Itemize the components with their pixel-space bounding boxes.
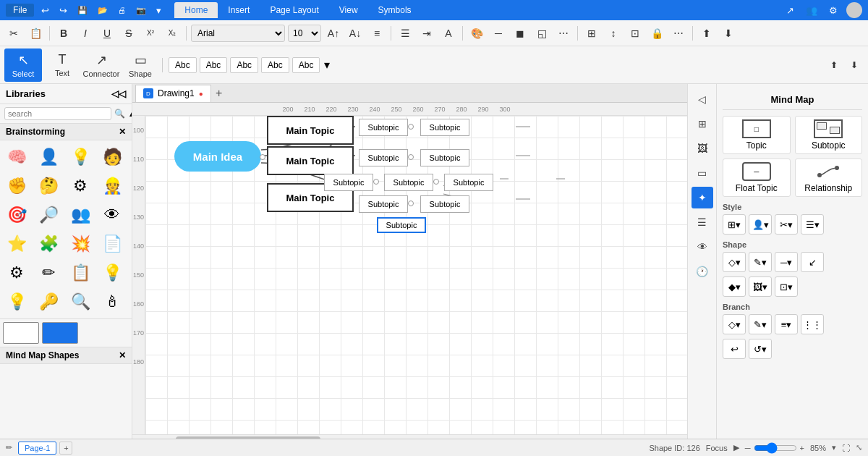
group-btn[interactable]: ⊡ [626, 24, 644, 43]
file-menu[interactable]: File [6, 4, 34, 17]
icon-candle1[interactable]: 🕯 [98, 288, 126, 316]
font-dec-btn[interactable]: A↓ [346, 24, 365, 43]
icon-list1[interactable]: 📋 [67, 259, 94, 287]
style-btn-3[interactable]: ✂▾ [775, 214, 798, 235]
screen-btn[interactable]: 📷 [133, 4, 149, 17]
add-page-btn[interactable]: + [59, 442, 72, 455]
icon-eye1[interactable]: 👁 [98, 201, 126, 229]
branch-btn-1[interactable]: ◇▾ [723, 314, 746, 334]
copy-btn[interactable]: 📋 [26, 24, 45, 43]
icon-head1[interactable]: 👤 [35, 143, 62, 171]
icon-puzzle1[interactable]: 🧩 [35, 230, 62, 258]
mind-map-section-close-icon[interactable]: ✕ [119, 350, 126, 360]
branch-btn-4[interactable]: ⋮⋮ [801, 314, 824, 334]
add-tab-btn[interactable]: + [211, 85, 227, 101]
zoom-out-btn[interactable]: ─ [745, 444, 751, 452]
branch-btn-5[interactable]: ↩ [723, 339, 746, 359]
icon-star1[interactable]: ⭐ [3, 230, 30, 258]
icon-person2[interactable]: 👷 [98, 172, 126, 200]
strikethrough-btn[interactable]: S [119, 24, 138, 43]
preset3[interactable]: Abc [230, 57, 258, 73]
subtopic-t3-r1-3[interactable]: Subtopic [444, 174, 493, 191]
icon-doc1[interactable]: 📄 [98, 230, 126, 258]
import-btn[interactable]: ⬇ [719, 24, 738, 43]
collapse-btn[interactable]: ◁◁ [111, 88, 126, 99]
icon-key1[interactable]: ⚙ [67, 172, 94, 200]
expand-btn[interactable]: ⤡ [856, 443, 862, 452]
icon-key2[interactable]: 🔑 [35, 288, 62, 316]
icon-pencil1[interactable]: ✏ [35, 259, 62, 287]
subtopic-t3-r2-2[interactable]: Subtopic [420, 195, 469, 213]
shape-btn-5[interactable]: ◆▾ [723, 276, 746, 297]
align-btn[interactable]: ≡ [367, 24, 386, 43]
more-btn3[interactable]: ⋯ [669, 24, 688, 43]
print-btn[interactable]: 🖨 [115, 4, 129, 16]
shape-fill-btn[interactable]: ◼ [511, 24, 529, 43]
tab-close-btn[interactable]: ● [199, 90, 203, 98]
shape-btn-2[interactable]: ✎▾ [749, 252, 772, 272]
indent-btn[interactable]: ⇥ [417, 24, 436, 43]
branch-btn-6[interactable]: ↺▾ [749, 339, 772, 359]
right-tool-image[interactable]: 🖼 [692, 138, 713, 159]
preset1[interactable]: Abc [169, 57, 197, 73]
arrange-btn[interactable]: ↕ [604, 24, 623, 43]
icon-hand1[interactable]: ✊ [3, 172, 30, 200]
select-mode-btn[interactable]: ↖ Select [4, 48, 42, 82]
tab-insert[interactable]: Insert [218, 2, 260, 18]
icon-magnify1[interactable]: 🔍 [67, 288, 94, 316]
cut-btn[interactable]: ✂ [4, 24, 23, 43]
font-size-select[interactable]: 10 [288, 25, 321, 42]
icon-brain1[interactable]: 🧠 [3, 143, 30, 171]
icon-people1[interactable]: 👥 [67, 201, 94, 229]
export-right-btn[interactable]: ⬆ [825, 56, 843, 75]
right-tool-layers[interactable]: ⊞ [692, 113, 713, 135]
right-tool-eye[interactable]: 👁 [692, 236, 713, 258]
save-btn[interactable]: 💾 [75, 4, 90, 17]
more-btn2[interactable]: ⋯ [554, 24, 573, 43]
layout-btn[interactable]: ⊞ [582, 24, 601, 43]
shape-btn-6[interactable]: 🖼▾ [749, 276, 772, 297]
shape-btn-7[interactable]: ⊡▾ [775, 276, 798, 297]
scrollbar-thumb[interactable] [176, 436, 320, 439]
subtopic-t1-1[interactable]: Subtopic [359, 119, 408, 136]
settings-btn[interactable]: ⚙ [826, 4, 841, 17]
icon-target1[interactable]: 🎯 [3, 201, 30, 229]
preset2[interactable]: Abc [200, 57, 228, 73]
shape-btn-1[interactable]: ◇▾ [723, 252, 746, 272]
bottom-shape2[interactable] [42, 322, 78, 344]
lock-btn[interactable]: 🔒 [647, 24, 666, 43]
tab-home[interactable]: Home [174, 2, 218, 18]
redo-btn[interactable]: ↪ [56, 4, 70, 17]
subtopic-t3-selected[interactable]: Subtopic [377, 217, 426, 233]
style-btn-1[interactable]: ⊞▾ [723, 214, 746, 235]
text-mode-btn[interactable]: T Text [43, 48, 81, 82]
underline-btn[interactable]: U [98, 24, 116, 43]
subtopic-t2-2[interactable]: Subtopic [420, 149, 469, 166]
tab-page-layout[interactable]: Page Layout [260, 2, 328, 18]
icon-idea1[interactable]: 💡 [67, 143, 94, 171]
style-btn-2[interactable]: 👤▾ [749, 214, 772, 235]
fullscreen-btn[interactable]: ⛶ [842, 444, 850, 452]
zoom-dropdown[interactable]: ▾ [832, 443, 836, 452]
icon-gear1[interactable]: ⚙ [3, 259, 30, 287]
icon-bulb1[interactable]: 💡 [98, 259, 126, 287]
right-tool-shapes[interactable]: ▭ [692, 162, 713, 184]
font-inc-btn[interactable]: A↑ [324, 24, 343, 43]
color-btn[interactable]: A [439, 24, 458, 43]
page-tab[interactable]: Page-1 [18, 442, 56, 455]
tab-view[interactable]: View [329, 2, 368, 18]
shape-btn-3[interactable]: ─▾ [775, 252, 798, 272]
preset-more[interactable]: ▾ [323, 56, 331, 73]
open-btn[interactable]: 📂 [95, 4, 111, 17]
doc-tab[interactable]: D Drawing1 ● [135, 85, 211, 102]
canvas-scrollbar[interactable] [132, 434, 687, 439]
shape-btn-4[interactable]: ↙ [801, 252, 824, 272]
panel-item-float-topic[interactable]: ─ Float Topic [723, 159, 791, 197]
mind-map-shapes-section[interactable]: Mind Map Shapes ✕ [0, 347, 132, 364]
export-btn[interactable]: ⬆ [697, 24, 716, 43]
search-input[interactable] [4, 107, 111, 120]
branch-btn-2[interactable]: ✎▾ [749, 314, 772, 334]
shape-mode-btn[interactable]: ▭ Shape [122, 48, 159, 82]
subtopic-t2-1[interactable]: Subtopic [359, 149, 408, 166]
preset5[interactable]: Abc [292, 57, 320, 73]
